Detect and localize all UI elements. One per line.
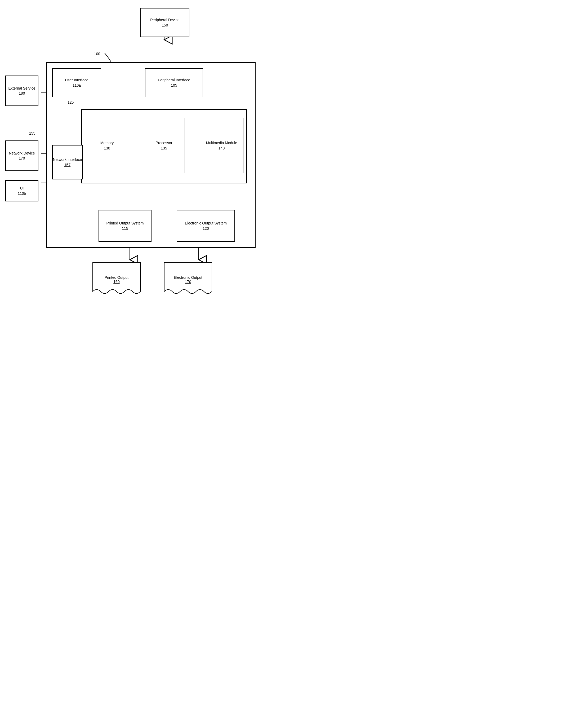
printed-output-system-box: Printed Output System 115 <box>99 210 151 242</box>
external-service-num: 180 <box>19 91 25 96</box>
network-interface-num: 157 <box>64 162 70 167</box>
electronic-output-system-label: Electronic Output System <box>185 221 227 226</box>
diagram: Peripheral Device 150 User Interface 110… <box>0 0 265 358</box>
ref-155: 155 <box>29 131 35 136</box>
printed-output-label: Printed Output <box>105 275 128 280</box>
network-device-label: Network Device <box>9 151 35 156</box>
electronic-output-system-num: 120 <box>203 226 209 231</box>
external-service-label: External Service <box>8 86 36 91</box>
ref-100: 100 <box>94 52 100 56</box>
printed-output-num: 160 <box>113 280 120 284</box>
peripheral-device-box: Peripheral Device 150 <box>140 8 189 37</box>
multimedia-module-label: Multimedia Module <box>206 140 237 146</box>
user-interface-box: User Interface 110a <box>52 68 101 97</box>
printed-output-shape: Printed Output 160 <box>90 260 143 300</box>
network-device-num: 170 <box>19 156 25 161</box>
external-service-box: External Service 180 <box>5 76 38 106</box>
electronic-output-shape: Electronic Output 170 <box>162 260 214 300</box>
memory-num: 130 <box>104 146 110 150</box>
ui-110b-box: UI 110b <box>5 180 38 201</box>
processor-num: 135 <box>161 146 167 150</box>
peripheral-interface-num: 105 <box>171 83 177 88</box>
user-interface-num: 110a <box>72 83 81 88</box>
electronic-output-label: Electronic Output <box>174 275 202 280</box>
memory-box: Memory 130 <box>86 118 128 173</box>
ref-125: 125 <box>67 100 74 104</box>
peripheral-interface-box: Peripheral Interface 105 <box>145 68 203 97</box>
user-interface-label: User Interface <box>65 78 88 83</box>
peripheral-device-label: Peripheral Device <box>150 18 180 23</box>
electronic-output-num: 170 <box>185 280 191 284</box>
network-device-box: Network Device 170 <box>5 140 38 171</box>
network-interface-box: Network Interface 157 <box>52 145 83 179</box>
memory-label: Memory <box>100 140 114 146</box>
peripheral-device-num: 150 <box>162 23 168 27</box>
multimedia-module-box: Multimedia Module 140 <box>200 118 244 173</box>
printed-output-system-num: 115 <box>122 226 128 231</box>
core-system-box: Memory 130 Processor 135 Multimedia Modu… <box>81 109 247 183</box>
multimedia-module-num: 140 <box>218 146 225 150</box>
peripheral-interface-label: Peripheral Interface <box>158 78 190 83</box>
printed-output-system-label: Printed Output System <box>106 221 144 226</box>
ui-110b-num: 110b <box>18 191 26 196</box>
electronic-output-system-box: Electronic Output System 120 <box>177 210 235 242</box>
processor-label: Processor <box>155 140 172 146</box>
main-system-box: User Interface 110a Peripheral Interface… <box>46 62 256 248</box>
ui-110b-label: UI <box>20 186 24 191</box>
network-interface-label: Network Interface <box>53 157 82 162</box>
processor-box: Processor 135 <box>143 118 185 173</box>
